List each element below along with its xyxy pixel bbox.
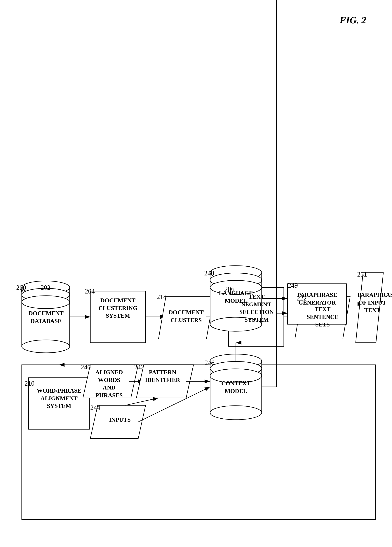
document-clustering-label: DOCUMENTCLUSTERINGSYSTEM bbox=[91, 297, 145, 320]
ref-251: 251 bbox=[357, 270, 367, 278]
ref-242: 242 bbox=[134, 363, 144, 371]
aligned-words-label: ALIGNEDWORDSANDPHRASES bbox=[85, 369, 133, 399]
svg-line-29 bbox=[138, 387, 210, 422]
svg-point-32 bbox=[210, 266, 262, 280]
ref-210: 210 bbox=[25, 380, 34, 387]
paraphrase-gen-label: PARAPHRASEGENERATOR bbox=[289, 291, 346, 306]
pattern-identifier-label: PATTERNIDENTIFIER bbox=[139, 369, 186, 384]
ref-246: 246 bbox=[205, 359, 214, 367]
svg-point-26 bbox=[210, 406, 262, 420]
ref-202: 202 bbox=[41, 284, 50, 291]
context-model-label: CONTEXTMODEL bbox=[214, 380, 258, 395]
ref-248: 248 bbox=[204, 269, 214, 277]
svg-point-6 bbox=[22, 296, 70, 309]
svg-point-4 bbox=[22, 340, 70, 353]
document-database-label: DOCUMENTDATABASE bbox=[24, 309, 68, 325]
svg-point-27 bbox=[210, 362, 262, 376]
document-clusters-label: DOCUMENTCLUSTERS bbox=[162, 309, 210, 324]
paraphrases-label: PARAPHRASESOF INPUTTEXT bbox=[358, 291, 387, 314]
word-phrase-label: WORD/PHRASEALIGNMENTSYSTEM bbox=[30, 387, 88, 410]
language-model-label: LANGUAGEMODEL bbox=[214, 289, 258, 305]
inputs-label: INPUTS bbox=[100, 416, 140, 424]
figure-title: FIG. 2 bbox=[340, 15, 366, 26]
ref-249: 249 bbox=[288, 281, 298, 289]
ref-204: 204 bbox=[85, 287, 95, 295]
svg-point-34 bbox=[210, 273, 262, 287]
ref-218: 218 bbox=[157, 293, 167, 301]
ref-244: 244 bbox=[90, 404, 100, 412]
ref-240: 240 bbox=[81, 363, 91, 371]
text-sentence-label: TEXTSENTENCESETS bbox=[299, 306, 346, 328]
svg-point-25 bbox=[210, 354, 262, 368]
